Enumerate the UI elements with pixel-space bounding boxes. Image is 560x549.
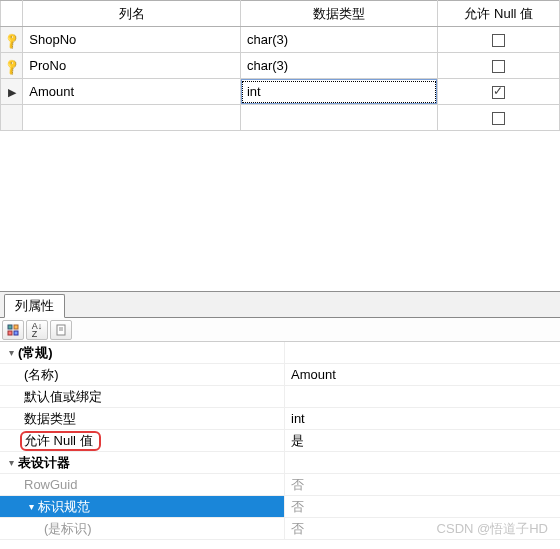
alphabetical-button[interactable]: A↓Z: [26, 320, 48, 340]
highlight-annotation: 允许 Null 值: [20, 431, 101, 451]
prop-allownull[interactable]: 允许 Null 值 是: [0, 430, 560, 452]
svg-rect-0: [8, 325, 12, 329]
svg-rect-1: [14, 325, 18, 329]
table-row[interactable]: [1, 105, 560, 131]
key-icon: 🔑: [2, 57, 21, 76]
cell-datatype[interactable]: [240, 105, 437, 131]
row-gutter[interactable]: ▶: [1, 79, 23, 105]
cell-datatype[interactable]: int: [240, 79, 437, 105]
properties-tabstrip: 列属性: [0, 292, 560, 318]
checkbox-icon[interactable]: [492, 112, 505, 125]
column-properties-panel: 列属性 A↓Z ▾(常规) (名称) Amount: [0, 291, 560, 540]
row-gutter[interactable]: 🔑: [1, 53, 23, 79]
checkbox-icon[interactable]: [492, 60, 505, 73]
categorized-icon: [7, 324, 19, 336]
prop-value[interactable]: Amount: [285, 367, 560, 382]
row-gutter[interactable]: 🔑: [1, 27, 23, 53]
prop-value[interactable]: 是: [285, 432, 560, 450]
table-row[interactable]: ▶ Amount int: [1, 79, 560, 105]
prop-label: 默认值或绑定: [24, 388, 102, 406]
tab-column-properties[interactable]: 列属性: [4, 294, 65, 318]
columns-header-row: 列名 数据类型 允许 Null 值: [1, 1, 560, 27]
svg-rect-2: [8, 331, 12, 335]
properties-body: ▾(常规) (名称) Amount 默认值或绑定 数据类型 int 允许 Nul…: [0, 342, 560, 540]
sort-az-icon: A↓Z: [32, 322, 43, 338]
prop-name[interactable]: (名称) Amount: [0, 364, 560, 386]
prop-datatype[interactable]: 数据类型 int: [0, 408, 560, 430]
row-gutter[interactable]: [1, 105, 23, 131]
checkbox-icon[interactable]: [492, 86, 505, 99]
cell-datatype[interactable]: char(3): [240, 53, 437, 79]
table-row[interactable]: 🔑 ProNo char(3): [1, 53, 560, 79]
current-row-arrow-icon: ▶: [8, 86, 16, 98]
group-label: 表设计器: [18, 454, 70, 472]
property-pages-icon: [55, 324, 67, 336]
cell-allownull[interactable]: [438, 27, 560, 53]
prop-label: RowGuid: [24, 477, 77, 492]
prop-label: 允许 Null 值: [24, 432, 93, 450]
prop-label: (名称): [24, 366, 59, 384]
cell-name[interactable]: ShopNo: [23, 27, 241, 53]
gutter-header: [1, 1, 23, 27]
cell-name[interactable]: Amount: [23, 79, 241, 105]
prop-value[interactable]: 否: [285, 498, 560, 516]
cell-allownull[interactable]: [438, 105, 560, 131]
columns-grid[interactable]: 列名 数据类型 允许 Null 值 🔑 ShopNo char(3) 🔑 Pro…: [0, 0, 560, 131]
prop-label: 标识规范: [38, 498, 90, 516]
prop-value[interactable]: int: [285, 411, 560, 426]
cell-allownull[interactable]: [438, 53, 560, 79]
chevron-down-icon[interactable]: ▾: [4, 347, 18, 358]
prop-group-general[interactable]: ▾(常规): [0, 342, 560, 364]
key-icon: 🔑: [2, 31, 21, 50]
cell-datatype[interactable]: char(3): [240, 27, 437, 53]
col-name-header[interactable]: 列名: [23, 1, 241, 27]
prop-value[interactable]: 否: [285, 476, 560, 494]
prop-rowguid[interactable]: RowGuid 否: [0, 474, 560, 496]
properties-toolbar: A↓Z: [0, 318, 560, 342]
prop-identity[interactable]: ▾标识规范 否: [0, 496, 560, 518]
chevron-down-icon[interactable]: ▾: [24, 501, 38, 512]
cell-name[interactable]: [23, 105, 241, 131]
property-pages-button[interactable]: [50, 320, 72, 340]
prop-group-designer[interactable]: ▾表设计器: [0, 452, 560, 474]
cell-name[interactable]: ProNo: [23, 53, 241, 79]
group-label: (常规): [18, 344, 53, 362]
prop-label: 数据类型: [24, 410, 76, 428]
prop-value[interactable]: 否: [285, 520, 560, 538]
prop-isidentity[interactable]: (是标识) 否: [0, 518, 560, 540]
categorized-button[interactable]: [2, 320, 24, 340]
checkbox-icon[interactable]: [492, 34, 505, 47]
cell-allownull[interactable]: [438, 79, 560, 105]
col-datatype-header[interactable]: 数据类型: [240, 1, 437, 27]
table-row[interactable]: 🔑 ShopNo char(3): [1, 27, 560, 53]
prop-default[interactable]: 默认值或绑定: [0, 386, 560, 408]
col-allownull-header[interactable]: 允许 Null 值: [438, 1, 560, 27]
chevron-down-icon[interactable]: ▾: [4, 457, 18, 468]
svg-rect-3: [14, 331, 18, 335]
prop-label: (是标识): [44, 520, 92, 538]
